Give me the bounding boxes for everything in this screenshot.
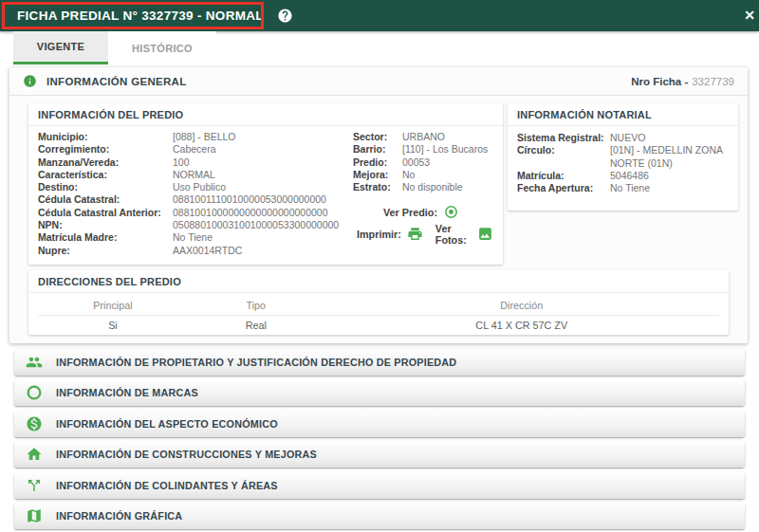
field-label: Corregimiento: — [38, 143, 173, 156]
field-label: NPN: — [38, 219, 173, 231]
direcciones-table: Principal Tipo Dirección Si Real CL 41 X… — [28, 293, 729, 335]
accordion-colindantes[interactable]: INFORMACIÓN DE COLINDANTES Y ÁREAS — [14, 472, 745, 499]
field-value: [01N] - MEDELLIN ZONA NORTE (01N) — [610, 144, 729, 170]
column-header: Dirección — [324, 300, 719, 311]
ver-predio-label: Ver Predio: — [383, 207, 437, 218]
field-label: Matrícula Madre: — [38, 231, 173, 244]
print-photos-row: Imprimir: Ver Fotos: — [353, 225, 493, 243]
close-icon[interactable]: ✕ — [744, 8, 755, 23]
home-icon — [26, 446, 43, 463]
accordion-aspecto-economico[interactable]: INFORMACIÓN DEL ASPECTO ECONÓMICO — [14, 411, 745, 437]
field-label: Sistema Registral: — [517, 132, 610, 144]
accordion-propietario[interactable]: INFORMACIÓN DE PROPIETARIO Y JUSTIFICACI… — [14, 349, 745, 376]
map-icon — [26, 507, 43, 524]
notarial-card: INFORMACIÓN NOTARIAL Sistema Registral:N… — [508, 103, 738, 211]
photos-icon[interactable] — [477, 226, 493, 242]
title-bar: FICHA PREDIAL N° 3327739 - NORMAL ✕ — [0, 0, 759, 31]
nro-ficha: Nro Ficha -3327739 — [631, 76, 734, 87]
circle-icon — [26, 384, 43, 401]
field-label: Destino: — [38, 181, 173, 193]
accordion-label: INFORMACIÓN DE PROPIETARIO Y JUSTIFICACI… — [56, 357, 456, 368]
table-row: Si Real CL 41 X CR 57C ZV — [38, 316, 719, 335]
field-row: Matrícula:5046486 — [517, 170, 729, 182]
field-row: Manzana/Vereda:100 — [38, 156, 353, 169]
tab-vigente[interactable]: VIGENTE — [13, 31, 108, 64]
dollar-icon — [26, 415, 43, 432]
field-value: No Tiene — [610, 182, 729, 194]
field-value: 100 — [173, 156, 353, 169]
field-label: Cédula Catastral: — [38, 193, 173, 206]
ver-fotos-label: Ver Fotos: — [435, 223, 472, 246]
field-value: Cabecera — [173, 143, 353, 156]
field-value: Uso Publico — [173, 181, 353, 193]
help-icon — [277, 8, 293, 24]
field-label: Matrícula: — [517, 170, 610, 182]
field-value: 00053 — [402, 156, 430, 169]
column-header: Tipo — [188, 300, 324, 311]
nro-ficha-value: 3327739 — [692, 76, 734, 87]
field-row: Círculo:[01N] - MEDELLIN ZONA NORTE (01N… — [517, 144, 729, 170]
accordion-marcas[interactable]: INFORMACIÓN DE MARCAS — [14, 379, 745, 406]
field-row: Fecha Apertura:No Tiene — [517, 182, 729, 194]
imprimir-label: Imprimir: — [357, 229, 401, 240]
field-row: Sistema Registral:NUEVO — [517, 132, 729, 144]
accordion-label: INFORMACIÓN DE COLINDANTES Y ÁREAS — [56, 480, 278, 491]
field-label: Fecha Apertura: — [517, 182, 610, 194]
field-row: Cédula Catastral:08810011100100000530000… — [38, 193, 353, 206]
direcciones-card: DIRECCIONES DEL PREDIO Principal Tipo Di… — [28, 270, 729, 335]
printer-icon[interactable] — [407, 226, 423, 242]
field-row: Nupre:AAX0014RTDC — [38, 245, 353, 257]
field-label: Característica: — [38, 169, 173, 181]
field-row: Corregimiento:Cabecera — [38, 143, 353, 156]
target-icon[interactable] — [443, 204, 459, 220]
field-label: Círculo: — [517, 144, 610, 170]
ver-predio-button[interactable]: Ver Predio: — [353, 203, 493, 221]
field-label: Cédula Catastral Anterior: — [38, 207, 173, 219]
field-row: Sector:URBANO — [353, 131, 493, 143]
field-label: Municipio: — [38, 131, 173, 143]
field-row: Matrícula Madre:No Tiene — [38, 231, 353, 244]
cell-direccion: CL 41 X CR 57C ZV — [324, 320, 719, 331]
field-label: Barrio: — [353, 143, 402, 156]
accordion-label: INFORMACIÓN DE CONSTRUCCIONES Y MEJORAS — [56, 449, 317, 460]
cell-tipo: Real — [188, 320, 324, 331]
predio-actions: Ver Predio: Imprimir: Ver Fotos: — [353, 203, 493, 243]
field-value: AAX0014RTDC — [173, 245, 353, 257]
field-value: 5046486 — [610, 170, 729, 182]
tab-historico[interactable]: HISTÓRICO — [108, 31, 216, 64]
informacion-general-panel: INFORMACIÓN GENERAL Nro Ficha -3327739 I… — [9, 67, 748, 343]
field-value: [110] - Los Bucaros — [402, 143, 488, 156]
section-title: INFORMACIÓN GENERAL — [46, 76, 187, 87]
accordion-grafica[interactable]: INFORMACIÓN GRÁFICA — [14, 503, 745, 529]
field-row: Destino:Uso Publico — [38, 181, 353, 193]
field-row: Predio:00053 — [353, 156, 493, 169]
group-icon — [26, 354, 43, 371]
field-label: Manzana/Vereda: — [38, 156, 173, 169]
field-label: Predio: — [353, 156, 402, 169]
field-value: No disponible — [402, 181, 463, 193]
informacion-general-header: INFORMACIÓN GENERAL Nro Ficha -3327739 — [9, 67, 748, 96]
field-label: Mejora: — [353, 169, 402, 181]
field-value: 0881001000000000000000000000 — [173, 207, 353, 219]
accordion-construcciones[interactable]: INFORMACIÓN DE CONSTRUCCIONES Y MEJORAS — [14, 441, 745, 468]
field-row: NPN:050880100031001000053300000000 — [38, 219, 353, 231]
field-value: URBANO — [402, 131, 445, 143]
accordion-label: INFORMACIÓN GRÁFICA — [56, 510, 182, 522]
column-header: Principal — [38, 300, 188, 311]
table-header-row: Principal Tipo Dirección — [38, 296, 719, 316]
field-value: NUEVO — [610, 132, 729, 144]
field-value: NORMAL — [173, 169, 353, 181]
help-button[interactable] — [277, 8, 293, 24]
field-value: No Tiene — [173, 231, 353, 244]
field-row: Barrio:[110] - Los Bucaros — [353, 143, 493, 156]
predio-card-title: INFORMACIÓN DEL PREDIO — [28, 103, 503, 126]
field-label: Estrato: — [353, 181, 402, 193]
predio-card: INFORMACIÓN DEL PREDIO Municipio:[088] -… — [28, 103, 503, 265]
direcciones-card-title: DIRECCIONES DEL PREDIO — [28, 270, 729, 293]
field-row: Municipio:[088] - BELLO — [38, 131, 353, 143]
field-value: [088] - BELLO — [173, 131, 353, 143]
field-row: Mejora:No — [353, 169, 493, 181]
info-icon — [23, 74, 37, 88]
accordion-label: INFORMACIÓN DEL ASPECTO ECONÓMICO — [56, 418, 278, 430]
predio-fields-right: Sector:URBANO Barrio:[110] - Los Bucaros… — [353, 131, 493, 257]
